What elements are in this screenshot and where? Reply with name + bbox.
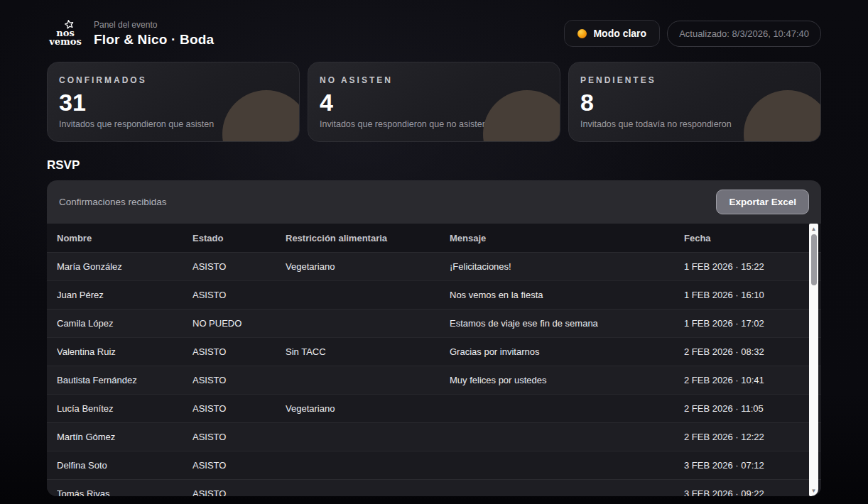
table-row: Tomás Rivas ASISTO 3 FEB 2026 · 09:22 bbox=[47, 479, 821, 496]
table-row: Valentina Ruiz ASISTO Sin TACC Gracias p… bbox=[47, 337, 821, 366]
table-row: María González ASISTO Vegetariano ¡Felic… bbox=[47, 252, 821, 280]
cell-fecha: 1 FEB 2026 · 16:10 bbox=[684, 290, 811, 300]
stat-cards: CONFIRMADOS 31 Invitados que respondiero… bbox=[47, 62, 821, 142]
stat-card-pendientes: PENDIENTES 8 Invitados que todavía no re… bbox=[568, 62, 821, 142]
cell-nombre: María González bbox=[57, 261, 192, 272]
cell-estado: ASISTO bbox=[192, 460, 286, 471]
topbar: nos vemos Panel del evento Flor & Nico ·… bbox=[47, 18, 821, 48]
eyebrow-label: Panel del evento bbox=[94, 20, 214, 30]
cell-fecha: 1 FEB 2026 · 17:02 bbox=[684, 318, 811, 329]
table-row: Juan Pérez ASISTO Nos vemos en la fiesta… bbox=[47, 280, 821, 309]
cell-estado: ASISTO bbox=[192, 261, 286, 272]
logo-text-line2: vemos bbox=[47, 38, 84, 46]
title-block: Panel del evento Flor & Nico · Boda bbox=[94, 20, 214, 48]
rsvp-panel: Confirmaciones recibidas Exportar Excel … bbox=[47, 180, 821, 496]
column-header-mensaje: Mensaje bbox=[450, 233, 684, 243]
topbar-left: nos vemos Panel del evento Flor & Nico ·… bbox=[47, 20, 214, 48]
export-excel-button[interactable]: Exportar Excel bbox=[716, 190, 809, 214]
cell-mensaje: Muy felices por ustedes bbox=[450, 375, 684, 385]
cell-mensaje: Estamos de viaje ese fin de semana bbox=[450, 318, 684, 329]
cell-nombre: Tomás Rivas bbox=[57, 488, 192, 496]
page-title: Flor & Nico · Boda bbox=[94, 32, 214, 48]
cell-mensaje: Nos vemos en la fiesta bbox=[450, 290, 684, 300]
cell-nombre: Delfina Soto bbox=[57, 460, 192, 471]
stat-label: CONFIRMADOS bbox=[59, 75, 286, 85]
column-header-estado: Estado bbox=[192, 233, 286, 243]
event-dashboard: nos vemos Panel del evento Flor & Nico ·… bbox=[0, 0, 868, 496]
scrollbar-thumb[interactable] bbox=[811, 234, 817, 285]
cell-estado: ASISTO bbox=[192, 432, 286, 442]
cell-estado: ASISTO bbox=[192, 488, 286, 496]
cell-fecha: 2 FEB 2026 · 10:41 bbox=[684, 375, 811, 385]
chevron-down-icon[interactable]: ▼ bbox=[809, 486, 818, 495]
cell-nombre: Lucía Benítez bbox=[57, 403, 192, 414]
cell-fecha: 3 FEB 2026 · 07:12 bbox=[684, 460, 811, 471]
rsvp-section-title: RSVP bbox=[47, 158, 821, 172]
cell-fecha: 1 FEB 2026 · 15:22 bbox=[684, 261, 811, 272]
table-row: Martín Gómez ASISTO 2 FEB 2026 · 12:22 bbox=[47, 422, 821, 451]
theme-toggle-label: Modo claro bbox=[593, 28, 646, 39]
rsvp-table: Nombre Estado Restricción alimentaria Me… bbox=[47, 224, 821, 496]
column-header-restriccion: Restricción alimentaria bbox=[286, 233, 450, 243]
cell-mensaje: ¡Felicitaciones! bbox=[450, 261, 684, 272]
column-header-nombre: Nombre bbox=[57, 233, 192, 243]
cell-mensaje: Gracias por invitarnos bbox=[450, 346, 684, 357]
cell-estado: ASISTO bbox=[192, 403, 286, 414]
cell-fecha: 3 FEB 2026 · 09:22 bbox=[684, 488, 811, 496]
cell-fecha: 2 FEB 2026 · 11:05 bbox=[684, 403, 811, 414]
cell-estado: ASISTO bbox=[192, 346, 286, 357]
cell-nombre: Bautista Fernández bbox=[57, 375, 192, 385]
cell-estado: ASISTO bbox=[192, 375, 286, 385]
cell-restriccion: Vegetariano bbox=[286, 261, 450, 272]
updated-badge: Actualizado: 8/3/2026, 10:47:40 bbox=[667, 21, 821, 47]
cell-restriccion: Vegetariano bbox=[286, 403, 450, 414]
stat-label: NO ASISTEN bbox=[320, 75, 547, 85]
table-row: Delfina Soto ASISTO 3 FEB 2026 · 07:12 bbox=[47, 451, 821, 479]
sun-icon bbox=[577, 29, 587, 38]
panel-title: Confirmaciones recibidas bbox=[59, 197, 167, 207]
star-icon bbox=[63, 18, 76, 31]
rsvp-panel-header: Confirmaciones recibidas Exportar Excel bbox=[47, 180, 821, 224]
table-body: María González ASISTO Vegetariano ¡Felic… bbox=[47, 252, 821, 496]
scrollbar[interactable]: ▲ ▼ bbox=[809, 224, 818, 496]
cell-nombre: Valentina Ruiz bbox=[57, 346, 192, 357]
cell-nombre: Martín Gómez bbox=[57, 432, 192, 442]
table-row: Camila López NO PUEDO Estamos de viaje e… bbox=[47, 309, 821, 337]
topbar-right: Modo claro Actualizado: 8/3/2026, 10:47:… bbox=[564, 20, 821, 47]
theme-toggle-button[interactable]: Modo claro bbox=[564, 20, 660, 47]
table-row: Bautista Fernández ASISTO Muy felices po… bbox=[47, 366, 821, 394]
cell-estado: ASISTO bbox=[192, 290, 286, 300]
cell-fecha: 2 FEB 2026 · 08:32 bbox=[684, 346, 811, 357]
cell-nombre: Juan Pérez bbox=[57, 290, 192, 300]
table-header-row: Nombre Estado Restricción alimentaria Me… bbox=[47, 224, 821, 252]
column-header-fecha: Fecha bbox=[684, 233, 811, 243]
cell-estado: NO PUEDO bbox=[192, 318, 286, 329]
cell-nombre: Camila López bbox=[57, 318, 192, 329]
logo: nos vemos bbox=[47, 21, 84, 46]
stat-card-confirmados: CONFIRMADOS 31 Invitados que respondiero… bbox=[47, 62, 300, 142]
table-row: Lucía Benítez ASISTO Vegetariano 2 FEB 2… bbox=[47, 394, 821, 422]
cell-restriccion: Sin TACC bbox=[286, 346, 450, 357]
chevron-up-icon[interactable]: ▲ bbox=[809, 224, 818, 234]
stat-label: PENDIENTES bbox=[580, 75, 808, 85]
stat-card-no-asisten: NO ASISTEN 4 Invitados que respondieron … bbox=[308, 62, 560, 142]
cell-fecha: 2 FEB 2026 · 12:22 bbox=[684, 432, 811, 442]
